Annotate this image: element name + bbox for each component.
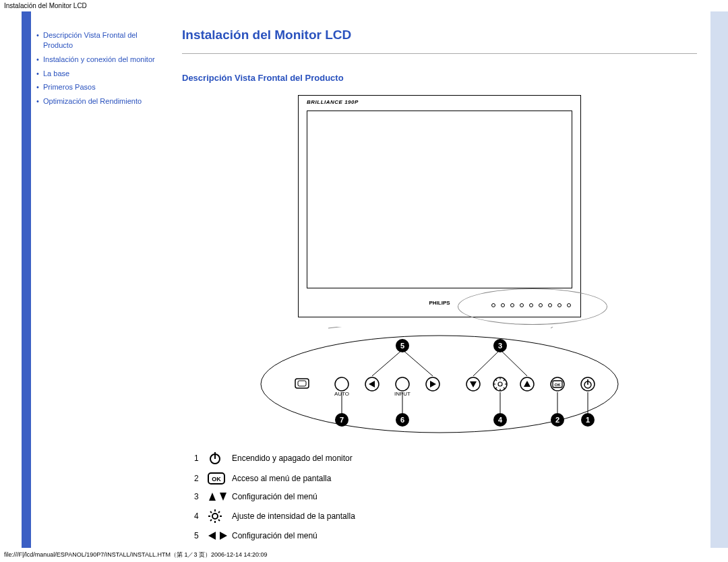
legend-num: 4	[194, 511, 208, 521]
monitor-illustration: BRILLIANCE 190P PHILIPS	[251, 95, 628, 317]
legend-text: Encendido y apagado del monitor	[232, 454, 484, 463]
legend-row-3: 3 Configuración del menú	[194, 491, 484, 502]
svg-line-19	[495, 379, 497, 381]
sidebar-item-vista-frontal[interactable]: • Descripción Vista Frontal del Producto	[36, 30, 166, 51]
control-panel-detail: AUTO INPUT	[251, 327, 628, 441]
updown-icon	[208, 491, 232, 502]
svg-marker-52	[220, 493, 226, 501]
sidebar-link[interactable]: La base	[43, 69, 69, 79]
right-light-blue-band	[710, 11, 728, 548]
svg-marker-7	[369, 381, 375, 387]
svg-line-32	[402, 350, 433, 376]
sidebar-item-primeros-pasos[interactable]: • Primeros Pasos	[36, 82, 166, 92]
title-rule	[182, 53, 697, 54]
left-gutter	[0, 11, 22, 548]
svg-text:OK: OK	[555, 383, 562, 387]
svg-rect-3	[295, 379, 309, 388]
callout-4: 4	[498, 416, 503, 424]
svg-marker-63	[220, 532, 227, 540]
legend-text: Acceso al menú de pantalla	[232, 474, 484, 483]
monitor-brand-bottom: PHILIPS	[429, 300, 450, 306]
legend-text: Configuración del menú	[232, 531, 484, 540]
svg-point-14	[498, 382, 502, 386]
svg-line-59	[218, 520, 220, 521]
svg-marker-24	[524, 381, 530, 387]
content: Instalación del Monitor LCD Descripción …	[171, 11, 710, 548]
callout-1: 1	[586, 416, 590, 424]
legend-num: 2	[194, 474, 208, 483]
sidebar: • Descripción Vista Frontal del Producto…	[31, 11, 171, 548]
sidebar-item-la-base[interactable]: • La base	[36, 69, 166, 79]
leftright-icon	[208, 530, 232, 541]
legend-row-4: 4 Ajuste de intensidad de la pantalla	[194, 509, 484, 524]
svg-line-20	[504, 379, 505, 381]
svg-rect-4	[298, 381, 306, 386]
svg-marker-62	[208, 532, 216, 540]
svg-point-53	[212, 513, 218, 519]
svg-marker-12	[470, 381, 477, 387]
callout-7: 7	[340, 416, 344, 424]
sidebar-link[interactable]: Instalación y conexión del monitor	[43, 55, 155, 65]
legend-num: 1	[194, 454, 208, 463]
svg-marker-10	[430, 381, 436, 387]
legend-text: Configuración del menú	[232, 492, 484, 501]
sidebar-link[interactable]: Primeros Pasos	[43, 82, 96, 92]
bullet-icon: •	[36, 69, 43, 79]
svg-marker-51	[209, 493, 216, 501]
monitor-frame: BRILLIANCE 190P PHILIPS	[298, 95, 581, 317]
ok-icon: OK	[208, 472, 232, 485]
page-title: Instalación del Monitor LCD	[182, 28, 697, 42]
svg-line-22	[504, 387, 505, 389]
monitor-screen	[307, 111, 572, 288]
svg-line-2	[551, 327, 581, 328]
power-icon	[208, 451, 232, 466]
sidebar-item-optimizacion[interactable]: • Optimización del Rendimiento	[36, 96, 166, 106]
bullet-icon: •	[36, 30, 43, 51]
legend-num: 3	[194, 492, 208, 501]
sidebar-link[interactable]: Optimización del Rendimiento	[43, 96, 142, 106]
sidebar-item-instalacion-conexion[interactable]: • Instalación y conexión del monitor	[36, 55, 166, 65]
callout-2: 2	[555, 416, 559, 424]
footer-file-path: file:///F|/lcd/manual/ESPANOL/190P7/INST…	[4, 551, 268, 559]
bullet-icon: •	[36, 82, 43, 92]
legend-table: 1 Encendido y apagado del monitor 2 OK A…	[194, 451, 484, 541]
svg-line-33	[473, 350, 500, 376]
page-body: • Descripción Vista Frontal del Producto…	[0, 11, 728, 548]
monitor-brand-top: BRILLIANCE 190P	[307, 99, 359, 105]
svg-line-1	[328, 327, 493, 328]
left-blue-bar	[22, 11, 31, 548]
svg-line-34	[500, 350, 527, 376]
legend-row-2: 2 OK Acceso al menú de pantalla	[194, 472, 484, 485]
left-strip	[0, 11, 31, 548]
svg-line-60	[218, 511, 220, 513]
bullet-icon: •	[36, 55, 43, 65]
bullet-icon: •	[36, 96, 43, 106]
svg-point-5	[335, 377, 348, 391]
svg-line-21	[495, 387, 497, 389]
svg-point-8	[396, 377, 409, 391]
svg-line-58	[210, 511, 212, 513]
brightness-icon	[208, 509, 232, 524]
callout-6: 6	[400, 416, 404, 424]
page-header-title: Instalación del Monitor LCD	[0, 0, 728, 11]
legend-num: 5	[194, 531, 208, 540]
svg-line-61	[210, 520, 212, 521]
svg-text:OK: OK	[212, 476, 221, 482]
svg-line-31	[372, 350, 402, 376]
callout-3: 3	[498, 342, 502, 350]
section-title: Descripción Vista Frontal del Producto	[182, 73, 697, 83]
legend-row-5: 5 Configuración del menú	[194, 530, 484, 541]
callout-5: 5	[400, 342, 404, 350]
legend-row-1: 1 Encendido y apagado del monitor	[194, 451, 484, 466]
legend-text: Ajuste de intensidad de la pantalla	[232, 511, 484, 521]
sidebar-link[interactable]: Descripción Vista Frontal del Producto	[43, 30, 166, 51]
monitor-front-buttons	[491, 303, 571, 307]
